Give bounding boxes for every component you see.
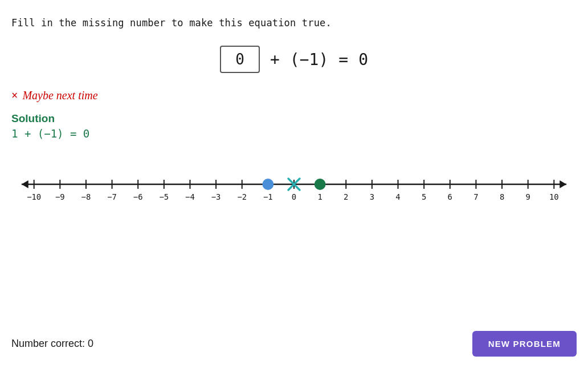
svg-marker-1	[22, 180, 28, 188]
solution-equation: 1 + (−1) = 0	[11, 127, 577, 140]
new-problem-button[interactable]: NEW PROBLEM	[472, 331, 577, 357]
operand: (−1)	[290, 50, 328, 69]
solution-section: Solution 1 + (−1) = 0	[11, 112, 577, 140]
svg-text:−5: −5	[159, 192, 169, 201]
svg-text:6: 6	[448, 192, 452, 201]
svg-text:−2: −2	[237, 192, 247, 201]
svg-text:10: 10	[549, 192, 559, 201]
operator: +	[270, 50, 280, 69]
feedback-x-icon: ×	[11, 89, 18, 102]
equation-row: 0 + (−1) = 0	[11, 46, 577, 73]
svg-text:−8: −8	[81, 192, 91, 201]
feedback-text: Maybe next time	[22, 89, 97, 102]
number-line-container: −10 −9 −8 −7 −6 −5 −4 −3 −2 −1 0 1 2 3 4…	[11, 163, 577, 208]
number-correct: Number correct: 0	[11, 338, 93, 350]
svg-text:4: 4	[395, 192, 400, 201]
svg-text:−10: −10	[27, 192, 41, 201]
svg-text:8: 8	[500, 192, 504, 201]
answer-input[interactable]: 0	[220, 46, 260, 73]
svg-text:−7: −7	[107, 192, 117, 201]
bottom-bar: Number correct: 0 NEW PROBLEM	[11, 331, 577, 357]
svg-text:5: 5	[422, 192, 426, 201]
svg-text:−9: −9	[55, 192, 65, 201]
svg-text:1: 1	[317, 192, 322, 201]
svg-text:3: 3	[370, 192, 374, 201]
svg-text:−1: −1	[263, 192, 273, 201]
svg-marker-2	[560, 180, 566, 188]
svg-text:−4: −4	[185, 192, 195, 201]
svg-text:9: 9	[526, 192, 530, 201]
equals-sign: =	[338, 50, 348, 69]
svg-text:0: 0	[292, 192, 296, 201]
result: 0	[358, 50, 368, 69]
solution-label: Solution	[11, 112, 577, 125]
feedback-row: × Maybe next time	[11, 89, 577, 102]
green-dot	[315, 179, 326, 190]
number-line-svg: −10 −9 −8 −7 −6 −5 −4 −3 −2 −1 0 1 2 3 4…	[11, 163, 577, 208]
svg-text:2: 2	[344, 192, 348, 201]
answer-value: 0	[235, 51, 244, 68]
svg-text:7: 7	[473, 192, 478, 201]
svg-text:−3: −3	[211, 192, 221, 201]
blue-dot	[262, 179, 273, 190]
instruction: Fill in the missing number to make this …	[11, 17, 577, 29]
svg-text:−6: −6	[133, 192, 143, 201]
